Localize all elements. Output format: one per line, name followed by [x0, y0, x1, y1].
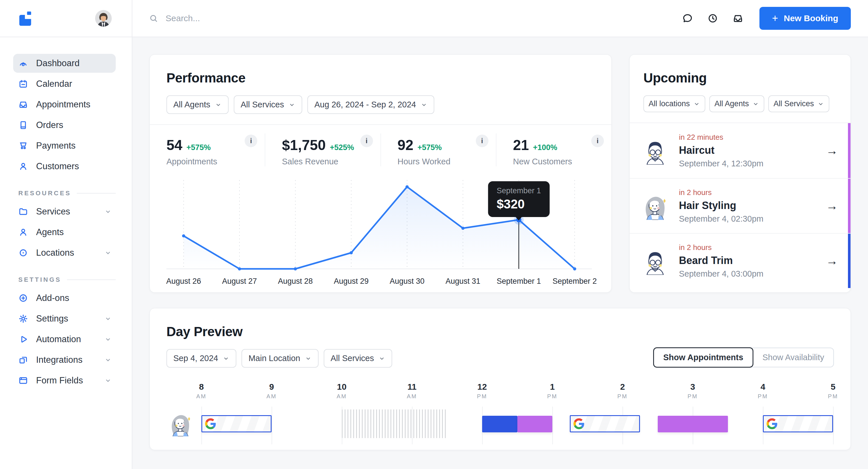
- arrow-right-icon[interactable]: →: [826, 199, 838, 213]
- info-icon[interactable]: i: [591, 135, 604, 147]
- search-icon: [149, 14, 158, 23]
- new-booking-button[interactable]: + New Booking: [760, 7, 851, 30]
- svg-text:August 27: August 27: [222, 277, 257, 286]
- locations-filter-dropdown[interactable]: All locations: [643, 95, 705, 112]
- plus-icon: +: [772, 13, 778, 24]
- google-icon: [767, 418, 777, 429]
- svg-text:September 1: September 1: [497, 277, 541, 286]
- sidebar-item-calendar[interactable]: Calendar: [13, 74, 116, 93]
- app-logo-icon[interactable]: [18, 11, 33, 26]
- sidebar-item-customers[interactable]: Customers: [13, 157, 116, 176]
- booking-event[interactable]: [482, 416, 517, 432]
- sidebar-item-agents[interactable]: Agents: [13, 223, 116, 242]
- sidebar-item-label: Add-ons: [36, 293, 69, 303]
- hour-label: 10AM: [337, 382, 347, 400]
- location-dropdown[interactable]: Main Location: [242, 349, 318, 368]
- info-icon[interactable]: i: [361, 135, 373, 147]
- blocked-time[interactable]: [342, 409, 447, 438]
- info-icon[interactable]: i: [245, 135, 257, 147]
- chevron-down-icon: [104, 377, 112, 384]
- sidebar-item-addons[interactable]: Add-ons: [13, 289, 116, 307]
- google-icon: [205, 418, 216, 429]
- service-name: Hair Styling: [679, 200, 764, 211]
- sidebar-item-orders[interactable]: Orders: [13, 116, 116, 135]
- date-dropdown[interactable]: Sep 4, 2024: [166, 349, 236, 368]
- orders-icon: [18, 120, 28, 130]
- sidebar-section-resources: RESOURCES: [18, 190, 116, 197]
- search-input[interactable]: [165, 13, 288, 24]
- accent-stripe: [848, 234, 850, 288]
- stat-delta: +100%: [533, 143, 557, 152]
- date-range-dropdown[interactable]: Aug 26, 2024 - Sep 2, 2024: [307, 95, 434, 114]
- gear-icon: [18, 314, 28, 324]
- svg-text:August 30: August 30: [390, 277, 425, 286]
- chevron-down-icon: [752, 100, 759, 107]
- google-synced-event[interactable]: [763, 415, 833, 432]
- chevron-down-icon: [215, 101, 222, 108]
- sidebar-item-settings[interactable]: Settings: [13, 309, 116, 328]
- booking-event[interactable]: [658, 416, 728, 432]
- google-synced-event[interactable]: [202, 415, 272, 432]
- google-synced-event[interactable]: [570, 415, 640, 432]
- sidebar-item-automation[interactable]: Automation: [13, 330, 116, 349]
- hour-label: 12PM: [477, 382, 487, 400]
- chevron-down-icon: [104, 315, 112, 323]
- calendar-icon: [18, 79, 28, 89]
- upcoming-filters: All locations All Agents All Services: [643, 95, 837, 112]
- arrow-right-icon[interactable]: →: [826, 144, 838, 158]
- topbar-actions: [682, 13, 743, 24]
- hour-label: 4PM: [758, 382, 768, 400]
- agent-avatar: [167, 411, 193, 436]
- customer-avatar: [641, 137, 669, 165]
- folder-icon: [18, 207, 28, 216]
- sidebar-item-form-fields[interactable]: Form Fields: [13, 371, 116, 390]
- search-bar[interactable]: [149, 13, 288, 24]
- booking-event[interactable]: [517, 416, 553, 432]
- sidebar-item-label: Agents: [36, 227, 64, 237]
- clock-icon[interactable]: [707, 13, 718, 24]
- appointments-icon: [18, 100, 28, 109]
- agents-filter-dropdown[interactable]: All Agents: [166, 95, 228, 114]
- agents-filter-dropdown[interactable]: All Agents: [709, 95, 764, 112]
- sidebar-item-dashboard[interactable]: Dashboard: [13, 54, 116, 73]
- chevron-down-icon: [817, 100, 824, 107]
- services-filter-dropdown[interactable]: All Services: [234, 95, 303, 114]
- services-filter-dropdown[interactable]: All Services: [768, 95, 829, 112]
- day-preview-title: Day Preview: [166, 324, 392, 339]
- sidebar-item-label: Orders: [36, 120, 63, 130]
- time-until: in 2 hours: [679, 188, 764, 197]
- sidebar-item-label: Customers: [36, 161, 79, 171]
- svg-text:September 2: September 2: [553, 277, 597, 286]
- stat-hours-worked: 92+575% Hours Worked i: [380, 133, 496, 166]
- hour-label: 1PM: [547, 382, 557, 400]
- svg-text:August 29: August 29: [334, 277, 369, 286]
- performance-chart: August 26August 27August 28August 29Augu…: [150, 171, 611, 293]
- svg-text:August 28: August 28: [278, 277, 313, 286]
- arrow-right-icon[interactable]: →: [826, 254, 838, 268]
- services-dropdown[interactable]: All Services: [324, 349, 393, 368]
- sidebar-item-payments[interactable]: Payments: [13, 136, 116, 155]
- appointment-datetime: September 4, 02:30pm: [679, 214, 764, 224]
- user-avatar[interactable]: [95, 10, 112, 27]
- day-preview-filters: Sep 4, 2024 Main Location All Services: [166, 349, 392, 368]
- chat-icon[interactable]: [682, 13, 693, 24]
- sidebar-item-label: Payments: [36, 141, 75, 151]
- upcoming-item-beard-trim[interactable]: in 2 hours Beard Trim September 4, 03:00…: [630, 233, 850, 288]
- sidebar-item-label: Locations: [36, 248, 74, 258]
- sidebar-item-integrations[interactable]: Integrations: [13, 350, 116, 369]
- stat-appointments: 54+575% Appointments i: [150, 133, 265, 166]
- show-appointments-button[interactable]: Show Appointments: [653, 347, 753, 368]
- sidebar-item-services[interactable]: Services: [13, 202, 116, 221]
- upcoming-item-haircut[interactable]: in 22 minutes Haircut September 4, 12:30…: [630, 123, 850, 178]
- chevron-down-icon: [104, 208, 112, 215]
- locations-icon: [18, 248, 28, 258]
- add-ons-icon: [18, 293, 28, 303]
- show-availability-button[interactable]: Show Availability: [749, 347, 834, 367]
- info-icon[interactable]: i: [476, 135, 489, 147]
- sidebar-item-appointments[interactable]: Appointments: [13, 95, 116, 114]
- new-booking-label: New Booking: [784, 13, 838, 23]
- upcoming-item-hair-styling[interactable]: in 2 hours Hair Styling September 4, 02:…: [630, 178, 850, 233]
- inbox-icon[interactable]: [733, 13, 743, 24]
- sidebar-item-locations[interactable]: Locations: [13, 243, 116, 262]
- google-icon: [574, 418, 584, 429]
